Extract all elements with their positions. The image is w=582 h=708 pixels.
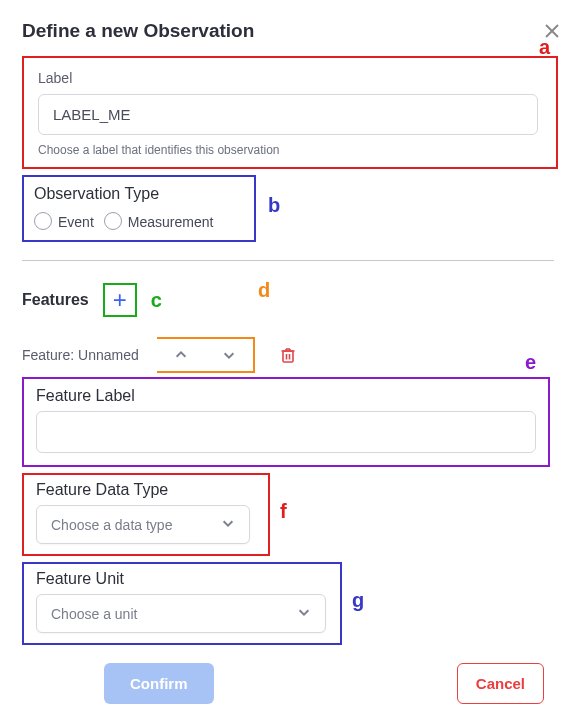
reorder-arrows [157,337,255,373]
add-feature-button[interactable]: + [103,283,137,317]
feature-name: Feature: Unnamed [22,347,139,363]
trash-icon [279,346,297,364]
radio-circle-icon [104,212,122,230]
chevron-up-icon [174,348,188,362]
radio-circle-icon [34,212,52,230]
label-field-label: Label [38,70,538,86]
delete-feature-button[interactable] [279,346,297,364]
label-help-text: Choose a label that identifies this obse… [38,143,538,157]
unit-placeholder: Choose a unit [51,606,137,622]
unit-field-label: Feature Unit [36,570,328,588]
cancel-button[interactable]: Cancel [457,663,544,704]
radio-measurement-label: Measurement [128,214,214,230]
move-down-button[interactable] [205,339,253,371]
annotation-d: d [258,279,270,302]
feature-label-input[interactable] [36,411,536,453]
radio-measurement[interactable]: Measurement [104,209,214,230]
chevron-down-icon [222,348,236,362]
obs-type-label: Observation Type [34,185,244,203]
unit-select[interactable]: Choose a unit [36,594,326,633]
radio-event[interactable]: Event [34,209,94,230]
feature-data-type-section: Feature Data Type Choose a data type [22,473,270,556]
plus-icon: + [113,288,127,312]
feature-label-section: Feature Label [22,377,550,467]
annotation-e: e [525,351,536,374]
annotation-f: f [280,500,287,523]
chevron-down-icon [297,605,311,619]
data-type-placeholder: Choose a data type [51,517,172,533]
data-type-select[interactable]: Choose a data type [36,505,250,544]
features-title: Features [22,291,89,309]
chevron-down-icon [221,516,235,530]
move-up-button[interactable] [157,339,205,371]
radio-event-label: Event [58,214,94,230]
label-section: a Label Choose a label that identifies t… [22,56,558,169]
label-input[interactable] [38,94,538,135]
data-type-field-label: Feature Data Type [36,481,256,499]
annotation-a: a [539,36,550,59]
svg-rect-2 [283,351,293,362]
annotation-b: b [268,194,280,217]
observation-type-section: Observation Type Event Measurement [22,175,256,242]
dialog-title: Define a new Observation [22,20,254,42]
feature-label-field-label: Feature Label [36,387,536,405]
feature-unit-section: Feature Unit Choose a unit [22,562,342,645]
divider [22,260,554,261]
annotation-g: g [352,589,364,612]
annotation-c: c [151,289,162,312]
confirm-button[interactable]: Confirm [104,663,214,704]
